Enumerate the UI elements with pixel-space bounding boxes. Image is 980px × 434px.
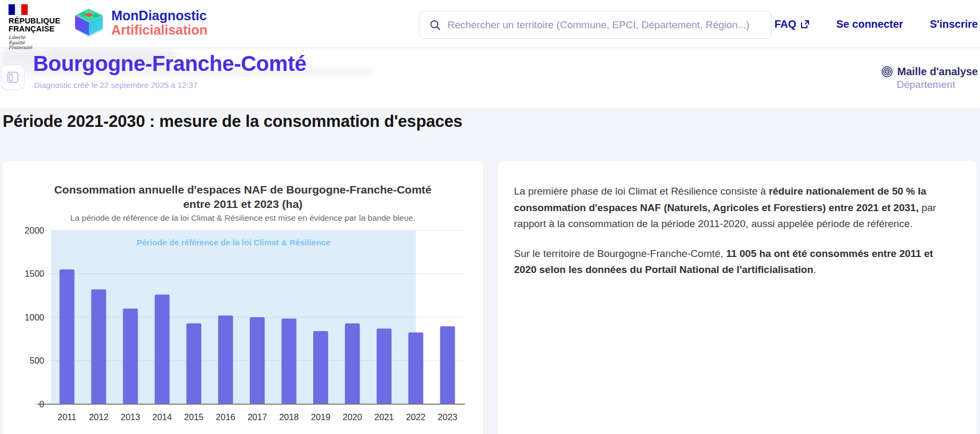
header-nav: FAQ Se connecter S'inscrire — [774, 0, 980, 48]
bar-2022 — [409, 333, 423, 404]
info-paragraph: La première phase de loi Climat et Résil… — [514, 183, 945, 232]
svg-text:2015: 2015 — [184, 412, 204, 422]
signup-link[interactable]: S'inscrire — [930, 18, 978, 30]
svg-text:500: 500 — [29, 356, 44, 365]
svg-text:2023: 2023 — [438, 412, 458, 422]
search-box — [419, 11, 772, 39]
bar-2023 — [440, 326, 455, 404]
header: RÉPUBLIQUE FRANÇAISE Liberté Égalité Fra… — [0, 0, 980, 48]
page-subtitle: Diagnostic créé le 22 septembre 2025 à 1… — [34, 81, 198, 90]
bar-2021 — [377, 328, 391, 404]
brand-text: MonDiagnostic Artificialisation — [111, 9, 208, 37]
sidebar-toggle-button[interactable] — [1, 65, 24, 90]
svg-text:2018: 2018 — [279, 412, 299, 422]
svg-text:2021: 2021 — [374, 412, 394, 422]
svg-text:2016: 2016 — [216, 412, 235, 422]
external-link-icon — [801, 20, 810, 29]
chart-title: Consommation annuelle d'espaces NAF de B… — [51, 182, 435, 211]
chart-card: Consommation annuelle d'espaces NAF de B… — [3, 161, 483, 434]
svg-text:2000: 2000 — [24, 226, 44, 235]
svg-text:2014: 2014 — [152, 412, 172, 422]
bar-2015 — [186, 323, 201, 404]
faq-link[interactable]: FAQ — [774, 18, 810, 30]
sidebar-panel-icon — [7, 71, 19, 83]
gov-logo: RÉPUBLIQUE FRANÇAISE Liberté Égalité Fra… — [9, 4, 67, 51]
brand-cube-icon — [72, 6, 106, 40]
gov-logo-name: RÉPUBLIQUE FRANÇAISE — [9, 17, 67, 33]
svg-text:2011: 2011 — [58, 412, 76, 422]
bar-2013 — [123, 309, 138, 404]
svg-text:2020: 2020 — [342, 412, 362, 422]
search-input[interactable] — [447, 19, 762, 31]
svg-text:2012: 2012 — [89, 412, 109, 422]
target-icon — [881, 66, 893, 78]
bar-2018 — [282, 318, 297, 404]
bar-2011 — [60, 269, 75, 404]
login-link[interactable]: Se connecter — [836, 18, 903, 30]
svg-text:2019: 2019 — [311, 412, 331, 422]
info-card: La première phase de loi Climat et Résil… — [498, 161, 977, 434]
section-heading: Période 2021-2030 : mesure de la consomm… — [3, 112, 462, 131]
svg-text:1000: 1000 — [24, 312, 44, 322]
title-bar: Bourgogne-Franche-Comté Diagnostic créé … — [0, 49, 980, 108]
analysis-scale-label: Maille d'analyse — [897, 66, 978, 78]
svg-text:2017: 2017 — [248, 412, 267, 422]
bar-2019 — [313, 331, 328, 404]
info-paragraph: Sur le territoire de Bourgogne-Franche-C… — [514, 246, 945, 278]
info-text: La première phase de loi Climat et Résil… — [514, 183, 945, 278]
french-flag-icon — [9, 4, 28, 15]
brand-logo[interactable]: MonDiagnostic Artificialisation — [72, 6, 208, 40]
page-title: Bourgogne-Franche-Comté — [33, 52, 306, 76]
bar-2016 — [218, 316, 233, 404]
svg-text:2013: 2013 — [120, 412, 140, 422]
svg-text:Période de référence de la loi: Période de référence de la loi Climat & … — [137, 238, 331, 247]
svg-text:0: 0 — [39, 399, 44, 409]
bar-2014 — [154, 295, 169, 404]
svg-text:1500: 1500 — [24, 269, 44, 278]
analysis-scale-value: Département — [897, 79, 978, 91]
bar-2020 — [345, 323, 360, 404]
bar-2017 — [250, 317, 265, 404]
gov-logo-motto: Liberté Égalité Fraternité — [9, 35, 67, 51]
svg-text:2022: 2022 — [406, 412, 426, 422]
analysis-scale-selector[interactable]: Maille d'analyse Département — [881, 66, 978, 91]
search-icon — [429, 19, 441, 31]
bar-2012 — [91, 290, 106, 404]
naf-consumption-bar-chart[interactable]: Période de référence de la loi Climat & … — [3, 221, 477, 434]
